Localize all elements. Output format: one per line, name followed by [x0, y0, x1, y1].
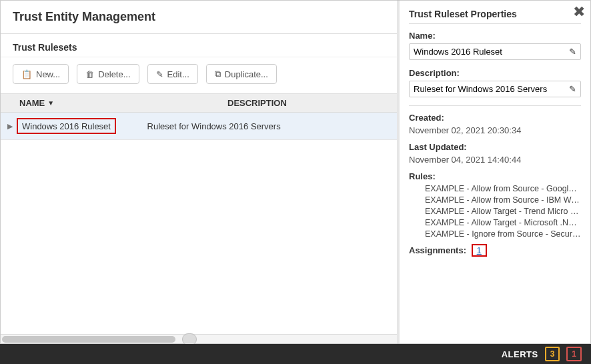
status-bar: ALERTS 3 1	[0, 344, 591, 364]
close-icon[interactable]: ✖	[573, 3, 585, 21]
toolbar: 📋 New... 🗑 Delete... ✎ Edit... ⧉ Duplica…	[1, 57, 397, 93]
section-title: Trust Rulesets	[1, 34, 397, 57]
new-icon: 📋	[21, 69, 32, 79]
copy-icon: ⧉	[215, 69, 221, 79]
name-input[interactable]	[414, 47, 569, 57]
rules-list: EXAMPLE - Allow from Source - Google C..…	[409, 184, 581, 239]
created-label: Created:	[409, 113, 581, 123]
row-description: Ruleset for Windows 2016 Servers	[147, 121, 390, 131]
column-name-text: NAME	[19, 98, 45, 108]
rule-item[interactable]: EXAMPLE - Allow from Source - Google C..…	[425, 184, 581, 193]
description-input[interactable]	[414, 84, 569, 94]
description-field-wrap: ✎	[409, 81, 581, 97]
column-header-description[interactable]: DESCRIPTION	[227, 98, 390, 108]
rule-item[interactable]: EXAMPLE - Allow Target - Trend Micro pr.…	[425, 207, 581, 216]
pencil-icon: ✎	[156, 69, 163, 79]
alerts-error-badge[interactable]: 1	[566, 347, 582, 361]
edit-button-label: Edit...	[167, 69, 189, 79]
table-row[interactable]: ▶ Windows 2016 Ruleset Ruleset for Windo…	[1, 113, 397, 140]
rule-item[interactable]: EXAMPLE - Allow Target - Microsoft .NET …	[425, 218, 581, 227]
new-button-label: New...	[36, 69, 60, 79]
description-label: Description:	[409, 68, 581, 78]
divider	[409, 23, 581, 24]
assignments-label: Assignments:	[409, 245, 466, 255]
created-value: November 02, 2021 20:30:34	[409, 125, 581, 135]
column-header-name[interactable]: NAME ▼	[7, 98, 227, 108]
delete-button[interactable]: 🗑 Delete...	[77, 64, 139, 84]
horizontal-scrollbar[interactable]	[1, 334, 397, 343]
panel-title: Trust Ruleset Properties	[409, 9, 581, 19]
alerts-label: ALERTS	[502, 349, 538, 359]
edit-button[interactable]: ✎ Edit...	[147, 64, 198, 84]
alerts-warning-badge[interactable]: 3	[545, 347, 560, 361]
scrollbar-thumb[interactable]	[2, 336, 175, 343]
updated-value: November 04, 2021 14:40:44	[409, 155, 581, 165]
rules-label: Rules:	[409, 171, 581, 181]
row-name: Windows 2016 Ruleset	[17, 118, 116, 134]
delete-button-label: Delete...	[98, 69, 130, 79]
trash-icon: 🗑	[85, 69, 94, 79]
divider	[409, 105, 581, 106]
rule-item[interactable]: EXAMPLE - Ignore from Source - Secure S.…	[425, 229, 581, 239]
name-label: Name:	[409, 31, 581, 41]
assignments-link[interactable]: 1	[472, 244, 487, 257]
table-header: NAME ▼ DESCRIPTION	[1, 93, 397, 113]
duplicate-button[interactable]: ⧉ Duplicate...	[206, 64, 277, 84]
properties-panel: ✖ Trust Ruleset Properties Name: ✎ Descr…	[400, 1, 590, 343]
expand-icon[interactable]: ▶	[7, 122, 13, 131]
page-title: Trust Entity Management	[13, 10, 385, 24]
updated-label: Last Updated:	[409, 142, 581, 152]
edit-description-icon[interactable]: ✎	[569, 84, 576, 94]
rule-item[interactable]: EXAMPLE - Allow from Source - IBM Web...	[425, 195, 581, 205]
new-button[interactable]: 📋 New...	[13, 64, 69, 84]
sort-desc-icon: ▼	[47, 99, 54, 107]
duplicate-button-label: Duplicate...	[225, 69, 268, 79]
name-field-wrap: ✎	[409, 43, 581, 60]
edit-name-icon[interactable]: ✎	[569, 47, 576, 57]
